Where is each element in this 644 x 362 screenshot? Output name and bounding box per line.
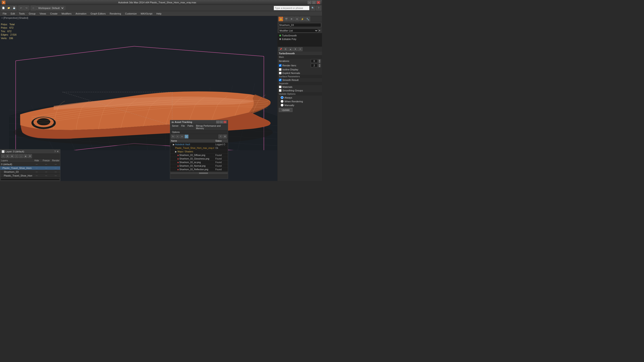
- asset-row-reflection[interactable]: ■ Shoehorn_03_Reflection.png Found: [170, 168, 228, 171]
- layer-settings-button[interactable]: ⚙: [28, 154, 32, 158]
- redo-button[interactable]: ↪: [24, 5, 29, 10]
- menu-customize[interactable]: Customize: [123, 12, 138, 15]
- asset-row-max[interactable]: Plastic_Travel_Shoe_Horn_max_vray.max Ok: [170, 146, 228, 150]
- hierarchy-icon-button[interactable]: ⚡: [300, 16, 305, 21]
- menu-help[interactable]: Help: [154, 12, 163, 15]
- iterations-input[interactable]: [311, 59, 318, 63]
- asset-maximize-button[interactable]: □: [220, 121, 223, 123]
- layer-row-3[interactable]: Plastic_Travel_Shoe_Horn — — —: [0, 174, 60, 178]
- manually-radio[interactable]: [281, 104, 284, 107]
- asset-list-button[interactable]: ≡: [180, 134, 184, 139]
- asset-menu-file[interactable]: File: [180, 124, 186, 130]
- modifier-editable-poly[interactable]: Editable Poly: [278, 37, 321, 41]
- layer-move-button[interactable]: ↓: [19, 154, 23, 158]
- modifier-turbosmooth[interactable]: TurboSmooth: [278, 34, 321, 37]
- asset-grid-button[interactable]: ⊞: [184, 134, 188, 139]
- menu-group[interactable]: Group: [27, 12, 37, 15]
- asset-row-ior[interactable]: ■ Shoehorn_03_ior.png Found: [170, 161, 228, 164]
- always-radio[interactable]: [281, 96, 284, 99]
- menu-animation[interactable]: Animation: [74, 12, 88, 15]
- layer-row-0[interactable]: 0 (default) — — —: [0, 162, 60, 166]
- asset-refresh-button[interactable]: ↻: [171, 134, 175, 139]
- new-button[interactable]: 📄: [1, 5, 6, 10]
- layer-row-1[interactable]: Plastic_Travel_Shoe_Horn — — —: [0, 166, 60, 170]
- menu-maxscript[interactable]: MAXScript: [139, 12, 154, 15]
- menu-create[interactable]: Create: [48, 12, 59, 15]
- menu-graph-editors[interactable]: Graph Editors: [89, 12, 108, 15]
- asset-menu-server[interactable]: Server: [171, 124, 179, 130]
- layer-help-button[interactable]: ?: [54, 150, 56, 153]
- asset-row-glossiness[interactable]: ■ Shoehorn_03_Glossiness.png Found: [170, 157, 228, 161]
- delete-modifier-button[interactable]: ✕: [298, 47, 302, 51]
- help-button[interactable]: ?: [316, 5, 321, 10]
- explicit-normals-checkbox[interactable]: [279, 72, 282, 74]
- open-button[interactable]: 📁: [6, 5, 11, 10]
- menu-modifiers[interactable]: Modifiers: [60, 12, 73, 15]
- render-iters-up[interactable]: ▲: [318, 64, 321, 65]
- asset-row-diffuse[interactable]: ■ Shoehorn_03_Diffuse.png Found: [170, 153, 228, 157]
- asset-row-vault[interactable]: ▶ Autodesk Vault Logged O: [170, 143, 228, 146]
- materials-checkbox[interactable]: [279, 86, 282, 88]
- pin-button[interactable]: 📌: [278, 47, 283, 51]
- workspace-dropdown[interactable]: Workspace: Default: [36, 6, 64, 10]
- modifier-list-arrow[interactable]: ▼: [318, 29, 321, 32]
- close-button[interactable]: ✕: [317, 1, 320, 4]
- maximize-button[interactable]: □: [312, 1, 316, 4]
- app-icon: 3: [2, 1, 7, 4]
- layer-add-button[interactable]: ↑: [14, 154, 18, 158]
- utilities-icon-button[interactable]: 🔧: [305, 16, 310, 21]
- display-icon-button[interactable]: 👁: [289, 16, 294, 21]
- render-iters-checkbox[interactable]: [279, 64, 282, 67]
- menu-views[interactable]: Views: [38, 12, 48, 15]
- asset-minimize-button[interactable]: ─: [216, 121, 219, 123]
- layer-highlight-button[interactable]: ◈: [24, 154, 28, 158]
- menu-tools[interactable]: Tools: [17, 12, 26, 15]
- asset-row-normal[interactable]: ■ Shoehorn_03_Normal.png Found: [170, 164, 228, 168]
- asset-row-maps[interactable]: ▶ Maps / Shaders: [170, 150, 228, 153]
- layer-select-button[interactable]: ⊕: [10, 154, 14, 158]
- smoothing-groups-checkbox[interactable]: [279, 89, 282, 92]
- when-rendering-radio[interactable]: [281, 100, 284, 103]
- isoline-label: Isoline Display: [282, 68, 298, 71]
- configure-button[interactable]: ⚙: [283, 47, 288, 51]
- asset-menu-bitmap[interactable]: Bitmap Performance and Memory: [195, 124, 227, 130]
- layer-row-2[interactable]: Shoehorn_03 — — —: [0, 170, 60, 174]
- update-button[interactable]: Update: [279, 108, 292, 112]
- iterations-up[interactable]: ▲: [318, 59, 321, 61]
- isoline-checkbox[interactable]: [279, 68, 282, 71]
- object-name-input[interactable]: [278, 23, 321, 27]
- iterations-down[interactable]: ▼: [318, 61, 321, 63]
- asset-help-button[interactable]: ?: [218, 134, 222, 139]
- move-up-button[interactable]: ▲: [288, 47, 293, 51]
- asset-close-button[interactable]: ✕: [224, 121, 226, 123]
- layer-new-button[interactable]: +: [1, 154, 5, 158]
- layer-col-layers-header: Layers: [0, 159, 32, 162]
- render-icon-button[interactable]: 🎬: [284, 16, 289, 21]
- render-iters-down[interactable]: ▼: [318, 65, 321, 67]
- undo-button[interactable]: ↩: [18, 5, 24, 10]
- minimize-button[interactable]: ─: [308, 1, 311, 4]
- search-button[interactable]: 🔍: [310, 5, 315, 10]
- modifier-list-dropdown[interactable]: Modifier List: [278, 28, 318, 33]
- menu-rendering[interactable]: Rendering: [108, 12, 123, 15]
- move-down-button[interactable]: ▼: [293, 47, 298, 51]
- layer-close-button[interactable]: ✕: [56, 150, 59, 153]
- lock-icon-button[interactable]: 🔒: [278, 16, 283, 21]
- render-setup-button[interactable]: □: [31, 5, 36, 10]
- menu-file[interactable]: File: [1, 12, 8, 15]
- menu-edit[interactable]: Edit: [9, 12, 17, 15]
- asset-settings-button[interactable]: ⚙: [223, 134, 227, 139]
- motion-icon-button[interactable]: ⟲: [294, 16, 300, 21]
- asset-scrollbar[interactable]: [170, 171, 228, 175]
- viewport[interactable]: + [Perspective] [Shaded] Polys: Total Po…: [0, 16, 277, 181]
- layer-delete-button[interactable]: ✕: [6, 154, 10, 158]
- asset-options-bar: Options: [170, 130, 228, 134]
- asset-menu-paths[interactable]: Paths: [187, 124, 194, 130]
- layer-scrollbar[interactable]: [0, 178, 60, 181]
- smooth-result-checkbox[interactable]: [279, 79, 282, 81]
- render-iters-input[interactable]: [311, 64, 318, 67]
- search-input[interactable]: [274, 6, 310, 10]
- asset-add-button[interactable]: +: [176, 134, 180, 139]
- asset-menu-options[interactable]: Options: [171, 131, 180, 134]
- save-button[interactable]: 💾: [12, 5, 16, 10]
